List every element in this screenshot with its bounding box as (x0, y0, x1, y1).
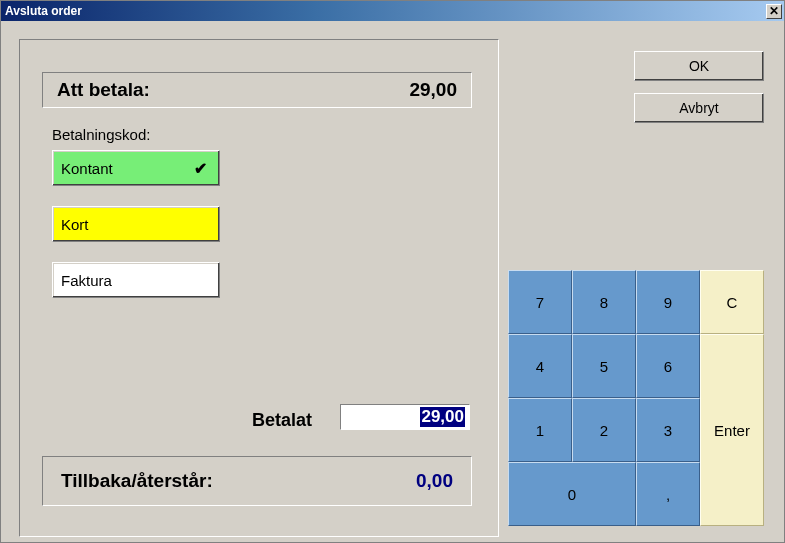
keypad-0[interactable]: 0 (508, 462, 636, 526)
window-title: Avsluta order (5, 4, 82, 18)
cancel-button[interactable]: Avbryt (634, 93, 764, 123)
numeric-keypad: 7 8 9 C 4 5 6 1 2 3 0 , Enter (508, 270, 764, 526)
change-value: 0,00 (416, 470, 453, 492)
paid-input[interactable]: 29,00 (340, 404, 470, 430)
change-label: Tillbaka/återstår: (61, 470, 213, 492)
payment-option-label: Faktura (61, 272, 112, 289)
keypad-3[interactable]: 3 (636, 398, 700, 462)
keypad-4[interactable]: 4 (508, 334, 572, 398)
payment-option-label: Kontant (61, 160, 113, 177)
keypad-2[interactable]: 2 (572, 398, 636, 462)
payment-option-faktura[interactable]: Faktura (52, 262, 220, 298)
close-icon: ✕ (769, 4, 779, 18)
cancel-button-label: Avbryt (679, 100, 718, 116)
keypad-8[interactable]: 8 (572, 270, 636, 334)
keypad-9[interactable]: 9 (636, 270, 700, 334)
dialog-window: Avsluta order ✕ Att betala: 29,00 Betaln… (0, 0, 785, 543)
payment-option-kort[interactable]: Kort (52, 206, 220, 242)
ok-button-label: OK (689, 58, 709, 74)
keypad-clear[interactable]: C (700, 270, 764, 334)
close-button[interactable]: ✕ (766, 4, 782, 19)
keypad-7[interactable]: 7 (508, 270, 572, 334)
payment-option-label: Kort (61, 216, 89, 233)
main-panel: Att betala: 29,00 Betalningskod: Kontant… (19, 39, 499, 537)
keypad-enter[interactable]: Enter (700, 334, 764, 526)
keypad-1[interactable]: 1 (508, 398, 572, 462)
payment-code-label: Betalningskod: (52, 126, 150, 143)
change-box: Tillbaka/återstår: 0,00 (42, 456, 472, 506)
keypad-6[interactable]: 6 (636, 334, 700, 398)
paid-label: Betalat (252, 410, 312, 431)
titlebar: Avsluta order ✕ (1, 1, 784, 21)
paid-input-value: 29,00 (420, 407, 465, 427)
ok-button[interactable]: OK (634, 51, 764, 81)
amount-to-pay-value: 29,00 (409, 79, 457, 101)
amount-to-pay-label: Att betala: (57, 79, 150, 101)
check-icon: ✔ (194, 159, 207, 178)
keypad-5[interactable]: 5 (572, 334, 636, 398)
payment-option-kontant[interactable]: Kontant ✔ (52, 150, 220, 186)
keypad-comma[interactable]: , (636, 462, 700, 526)
client-area: Att betala: 29,00 Betalningskod: Kontant… (1, 21, 784, 542)
amount-to-pay-box: Att betala: 29,00 (42, 72, 472, 108)
